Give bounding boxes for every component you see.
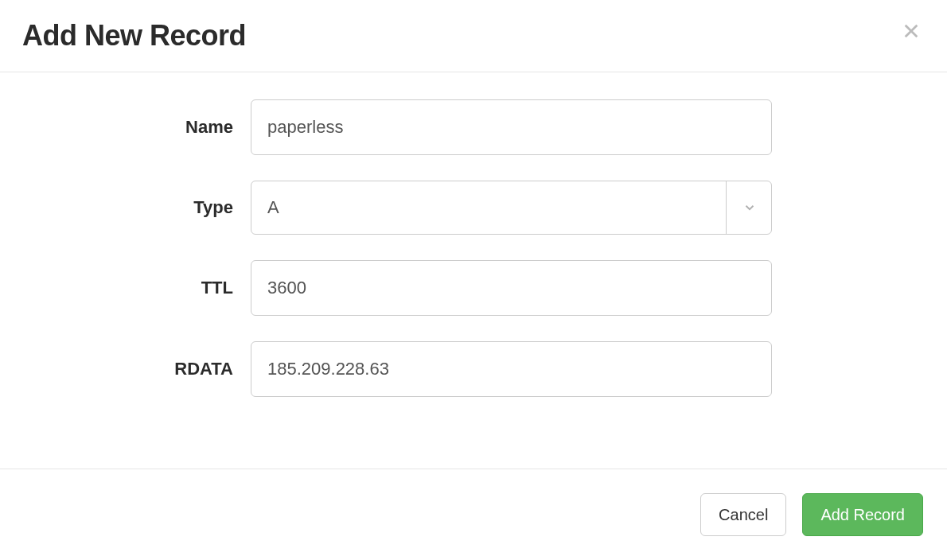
form-row-ttl: TTL [0,260,947,316]
add-record-button[interactable]: Add Record [802,493,923,536]
rdata-input[interactable] [251,341,772,397]
ttl-label: TTL [0,278,251,298]
name-input[interactable] [251,99,772,155]
form-row-name: Name [0,99,947,155]
modal-body: Name Type A TTL RDATA [0,72,947,469]
type-label: Type [0,197,251,218]
type-select-wrap: A [251,181,772,235]
modal-header: Add New Record [0,0,947,72]
ttl-input[interactable] [251,260,772,316]
type-select[interactable]: A [251,181,772,235]
modal-title: Add New Record [22,19,246,52]
close-icon[interactable] [902,19,925,43]
cancel-button[interactable]: Cancel [700,493,786,536]
rdata-label: RDATA [0,359,251,379]
add-record-modal: Add New Record Name Type A TTL [0,0,947,560]
form-row-rdata: RDATA [0,341,947,397]
form-row-type: Type A [0,181,947,235]
name-label: Name [0,117,251,138]
modal-footer: Cancel Add Record [0,469,947,560]
